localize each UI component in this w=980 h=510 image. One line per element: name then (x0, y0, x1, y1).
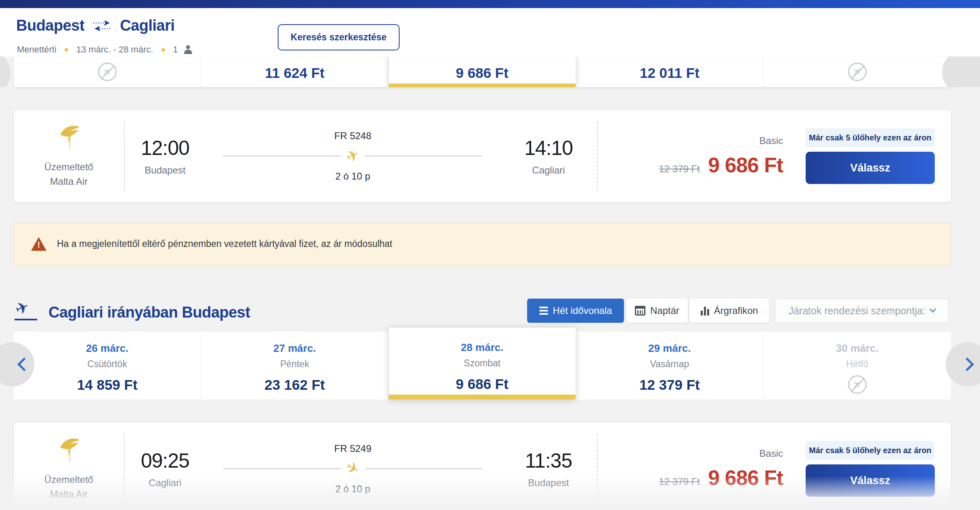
fare-block: Basic 12 379 Ft 9 686 Ft (598, 448, 806, 490)
cta-block: Már csak 5 ülőhely ezen az áron Válassz (806, 128, 951, 184)
malta-air-harp-logo (58, 125, 80, 154)
route-segment (365, 155, 482, 157)
return-day-cell-selected[interactable]: 28 márc. Szombat 9 686 Ft (389, 328, 576, 399)
operator-name: Malta Air (14, 176, 124, 187)
return-flight-card: Üzemeltető Malta Air 09:25 Cagliari FR 5… (14, 423, 951, 510)
warning-icon (31, 237, 46, 251)
return-day-cell[interactable]: 26 márc. Csütörtök 14 859 Ft (14, 332, 201, 399)
flight-number: FR 5248 (334, 130, 371, 142)
operator-block: Üzemeltető Malta Air (14, 125, 124, 187)
view-calendar-button[interactable]: Naptár (626, 299, 688, 323)
day-date: 27 márc. (201, 342, 388, 355)
cta-block: Már csak 5 ülőhely ezen az áron Válassz (806, 441, 951, 497)
departure-time: 09:25 (125, 449, 205, 472)
fare-block: Basic 12 379 Ft 9 686 Ft (598, 135, 806, 177)
flight-duration: 2 ó 10 p (335, 171, 371, 182)
no-flight-icon: ✈ (848, 375, 867, 394)
passenger-icon (184, 45, 193, 54)
outbound-day-cell-no-flight[interactable]: ✈ (14, 56, 201, 87)
route-title: Budapest Cagliari (16, 17, 175, 34)
timeline-list-icon (539, 307, 548, 315)
seats-left-badge: Már csak 5 ülőhely ezen az áron (806, 441, 935, 460)
view-timeline-button[interactable]: Hét idővonala (527, 299, 624, 323)
outbound-day-cell-no-flight[interactable]: ✈ (764, 56, 951, 87)
return-day-cell[interactable]: 29 márc. Vasárnap 12 379 Ft (576, 332, 763, 399)
return-day-cell[interactable]: 27 márc. Péntek 23 162 Ft (201, 332, 388, 399)
warning-text: Ha a megjelenítettől eltérő pénznemben v… (57, 238, 392, 249)
chevron-down-icon (929, 306, 936, 313)
calendar-label: Naptár (650, 305, 679, 316)
return-section-title: Cagliari irányában Budapest (48, 304, 250, 321)
departure-city: Budapest (125, 165, 205, 176)
arrival-city: Cagliari (500, 165, 597, 176)
operator-label: Üzemeltető (14, 474, 124, 485)
timeline-label: Hét idővonala (553, 305, 612, 316)
operator-block: Üzemeltető Malta Air (14, 438, 124, 500)
return-day-cell-no-flight[interactable]: 30 márc. Hétfő ✈ (764, 332, 951, 399)
arrival-block: 14:10 Cagliari (500, 136, 597, 176)
seats-left-badge: Már csak 5 ülőhely ezen az áron (806, 128, 935, 147)
price-chart-label: Árgrafikon (714, 305, 758, 316)
departure-block: 12:00 Budapest (125, 136, 205, 176)
day-price: 11 624 Ft (265, 63, 325, 81)
day-date: 30 márc. (764, 342, 951, 355)
no-flight-icon: ✈ (98, 63, 117, 81)
fare-class-label: Basic (598, 448, 783, 459)
flight-number: FR 5249 (334, 443, 371, 454)
outbound-day-cell-selected[interactable]: 9 686 Ft (389, 56, 576, 87)
malta-air-harp-logo (58, 438, 80, 467)
arrival-block: 11:35 Budapest (500, 449, 597, 489)
departure-city: Cagliari (125, 477, 205, 489)
prev-days-button[interactable] (0, 56, 10, 87)
original-price: 12 379 Ft (659, 163, 699, 174)
outbound-strip-prev-clip (0, 56, 16, 87)
selected-day-underline (389, 395, 576, 399)
day-price: 23 162 Ft (201, 377, 388, 393)
route-line: ✈ (223, 461, 482, 476)
edit-search-button[interactable]: Keresés szerkesztése (278, 24, 400, 50)
bar-chart-icon (701, 306, 709, 316)
day-weekday: Vasárnap (576, 359, 763, 370)
day-date: 26 márc. (14, 342, 201, 355)
outbound-date-strip: ✈ 11 624 Ft 9 686 Ft 12 011 Ft ✈ (14, 56, 951, 87)
arrival-city: Budapest (500, 477, 597, 489)
destination-city: Cagliari (120, 17, 174, 34)
route-line: ✈ (223, 148, 482, 163)
top-accent-bar (0, 0, 980, 8)
date-range-label: 13 márc. - 28 márc. (76, 44, 153, 55)
day-weekday: Szombat (389, 358, 576, 369)
day-weekday: Péntek (201, 359, 388, 370)
operator-name: Malta Air (14, 489, 124, 500)
round-trip-icon (92, 18, 113, 34)
arrival-time: 11:35 (500, 449, 597, 472)
day-price: 12 011 Ft (640, 63, 699, 81)
outbound-day-cell[interactable]: 12 011 Ft (576, 56, 763, 87)
departure-block: 09:25 Cagliari (125, 449, 205, 489)
outbound-day-cell[interactable]: 11 624 Ft (201, 56, 388, 87)
day-weekday: Csütörtök (14, 359, 201, 370)
outbound-strip-next-clip (936, 56, 980, 87)
origin-city: Budapest (16, 17, 84, 34)
original-price: 12 379 Ft (659, 476, 699, 487)
passenger-count: 1 (173, 44, 178, 55)
route-block: FR 5249 ✈ 2 ó 10 p (205, 443, 500, 495)
route-segment (223, 468, 341, 469)
arrival-time: 14:10 (500, 136, 597, 160)
select-flight-button[interactable]: Válassz (806, 152, 935, 184)
separator-dot (65, 48, 68, 52)
separator-dot (161, 48, 165, 52)
route-segment (223, 155, 341, 157)
trip-type-label: Menettérti (17, 44, 57, 55)
no-flight-icon: ✈ (848, 63, 867, 81)
next-days-button[interactable] (942, 56, 980, 87)
route-block: FR 5248 ✈ 2 ó 10 p (205, 130, 500, 182)
select-flight-button[interactable]: Válassz (806, 464, 935, 497)
search-summary-header: Budapest Cagliari Menettérti 13 márc. - … (0, 8, 980, 56)
view-price-chart-button[interactable]: Árgrafikon (689, 299, 769, 323)
current-price: 9 686 Ft (708, 466, 783, 489)
flight-duration: 2 ó 10 p (335, 483, 371, 495)
return-section-header: ✈ Cagliari irányában Budapest (14, 299, 250, 321)
sort-flights-dropdown[interactable]: Járatok rendezési szempontja: (775, 299, 949, 323)
departure-time: 12:00 (125, 136, 205, 160)
selected-day-underline (389, 84, 576, 87)
